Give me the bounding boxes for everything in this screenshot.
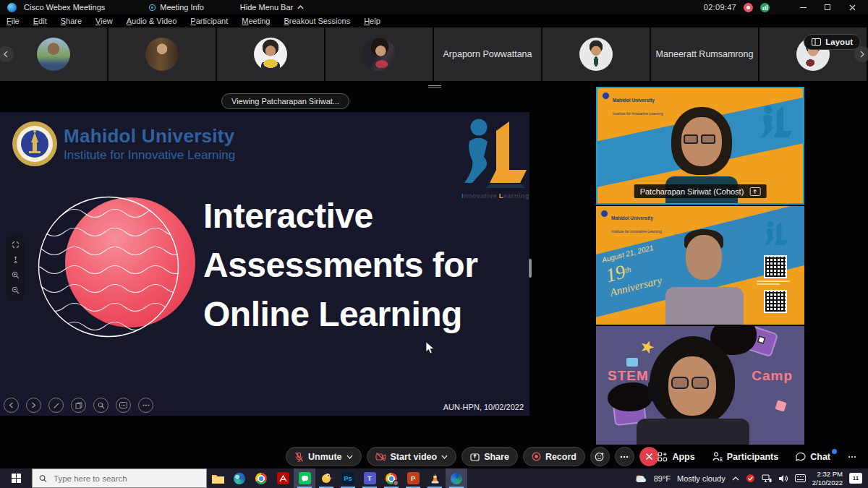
chat-bubble-icon (796, 452, 806, 461)
menu-file[interactable]: File (7, 17, 20, 25)
copy-pages-icon[interactable] (71, 398, 86, 413)
taskbar-file-explorer[interactable] (207, 468, 229, 488)
menu-audio-video[interactable]: Audio & Video (127, 17, 177, 25)
mahidol-university-seal (12, 121, 58, 167)
taskbar-chrome-profile[interactable] (380, 468, 402, 488)
smiley-icon (595, 452, 605, 462)
thumbnail-panel-icon[interactable] (116, 398, 131, 413)
menu-participant[interactable]: Participant (190, 17, 228, 25)
taskbar-clock[interactable]: 2:32 PM 2/10/2022 (812, 470, 843, 487)
volume-icon[interactable] (778, 474, 788, 483)
pointer-icon[interactable] (12, 256, 20, 264)
chevron-down-icon[interactable] (441, 455, 448, 459)
participant-tile[interactable] (0, 27, 109, 81)
chevron-down-icon[interactable] (346, 455, 353, 459)
hide-menu-bar-button[interactable]: Hide Menu Bar (240, 3, 304, 12)
participants-button[interactable]: Participants (712, 452, 779, 462)
close-window-button[interactable] (843, 1, 861, 14)
taskbar-teams[interactable]: T (359, 468, 380, 488)
chrome-profile-icon (386, 473, 397, 484)
sharing-icon (749, 187, 760, 196)
participant-tile[interactable] (326, 27, 434, 81)
record-icon (532, 452, 541, 461)
more-dots-icon (620, 455, 629, 458)
avatar (579, 38, 613, 71)
mahidol-seal-icon (600, 210, 608, 218)
active-speaker-label: Patcharapan Siriwat (Cohost) (634, 184, 767, 198)
notification-count-badge[interactable]: 11 (849, 473, 862, 484)
slide-circle-art (27, 186, 203, 349)
unmute-button[interactable]: Unmute (286, 447, 362, 466)
apps-button[interactable]: Apps (658, 452, 694, 462)
participant-tile[interactable]: Maneeratt Rumsamrong (651, 27, 760, 81)
menu-edit[interactable]: Edit (33, 17, 47, 25)
start-button[interactable] (0, 468, 32, 488)
next-slide-button[interactable] (26, 398, 41, 413)
participant-tile[interactable]: Arpaporn Powwattana (434, 27, 542, 81)
star-icon (641, 341, 654, 354)
webex-window: Cisco Webex Meetings Meeting Info Hide M… (0, 0, 868, 488)
taskbar-edge[interactable] (229, 468, 250, 488)
acrobat-icon (277, 472, 289, 484)
mouse-cursor (425, 341, 435, 354)
video-tile-anniversary[interactable]: August 21, 2021 19th Anniversary Mahidol… (596, 206, 804, 325)
participant-tile[interactable] (109, 27, 217, 81)
chat-button[interactable]: Chat (796, 452, 830, 462)
video-tile-stem-camp[interactable]: STEM & Ro Camp (596, 326, 804, 445)
start-video-button[interactable]: Start video (367, 447, 457, 466)
leave-meeting-button[interactable] (639, 447, 659, 466)
meeting-info-button[interactable]: Meeting Info (148, 3, 204, 12)
network-icon[interactable] (762, 474, 772, 483)
recording-indicator-icon[interactable] (744, 3, 753, 12)
taskbar-photoshop[interactable]: Ps (337, 468, 359, 488)
tray-expand-icon[interactable] (732, 476, 739, 481)
taskbar-powerpoint[interactable]: P (402, 468, 424, 488)
taskbar-acrobat[interactable] (272, 468, 294, 488)
search-input[interactable] (52, 474, 200, 484)
weather-desc[interactable]: Mostly cloudy (677, 474, 726, 483)
share-screen-icon (470, 453, 480, 461)
zoom-out-icon[interactable] (12, 286, 20, 294)
photoshop-icon: Ps (342, 472, 354, 484)
menu-help[interactable]: Help (364, 17, 380, 25)
keyboard-language-icon[interactable] (795, 474, 806, 482)
share-button[interactable]: Share (461, 447, 518, 466)
annotate-pen-icon[interactable] (48, 398, 64, 413)
menu-breakout-sessions[interactable]: Breakout Sessions (284, 17, 350, 25)
taskbar-app-mascot[interactable] (315, 468, 337, 488)
viewing-label: Viewing Patcharapan Siriwat... (221, 93, 349, 109)
filmstrip-resize-handle[interactable] (428, 84, 441, 89)
zoom-in-icon[interactable] (12, 271, 20, 279)
slide-scrollbar[interactable] (529, 259, 532, 278)
layout-button[interactable]: Layout (804, 34, 861, 50)
mic-muted-icon (294, 452, 304, 462)
taskbar-webex[interactable] (446, 468, 467, 488)
fit-view-icon[interactable] (12, 241, 20, 249)
participant-tile[interactable] (217, 27, 326, 81)
menu-meeting[interactable]: Meeting (242, 17, 270, 25)
antivirus-icon[interactable] (746, 474, 755, 483)
taskbar-vlc[interactable] (424, 468, 446, 488)
connection-quality-icon[interactable] (760, 3, 770, 12)
reactions-button[interactable] (590, 447, 610, 466)
more-tools-icon[interactable] (138, 398, 153, 413)
innovative-learning-logo-small (764, 221, 788, 248)
previous-slide-button[interactable] (4, 398, 19, 413)
taskbar-chrome[interactable] (250, 468, 272, 488)
taskbar-line[interactable] (294, 468, 315, 488)
webex-logo-icon (7, 3, 17, 12)
panel-options-button[interactable] (848, 455, 856, 458)
weather-temp[interactable]: 89°F (654, 474, 671, 483)
taskbar-search[interactable] (32, 468, 207, 488)
minimize-button[interactable] (794, 1, 812, 14)
participant-shoulders (637, 419, 749, 445)
video-tile-patcharapan[interactable]: Mahidol University Institute for Innovat… (596, 87, 804, 205)
menu-view[interactable]: View (95, 17, 113, 25)
more-options-button[interactable] (615, 447, 634, 466)
participant-tile[interactable] (542, 27, 651, 81)
qr-code (764, 255, 787, 278)
maximize-button[interactable] (819, 1, 836, 14)
record-button[interactable]: Record (523, 447, 585, 466)
menu-share[interactable]: Share (61, 17, 82, 25)
zoom-tool-icon[interactable] (93, 398, 109, 413)
